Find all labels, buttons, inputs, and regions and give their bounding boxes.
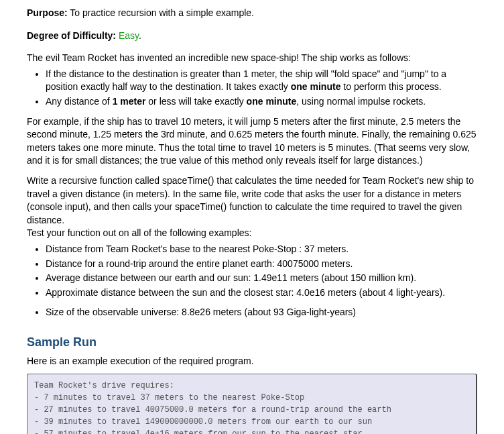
list-item: Approximate distance between the sun and… bbox=[46, 286, 477, 300]
difficulty-label: Degree of Difficulty: bbox=[27, 30, 116, 41]
purpose-label: Purpose: bbox=[27, 7, 68, 18]
purpose-line: Purpose: To practice recursion with a si… bbox=[27, 7, 477, 20]
list-item: Distance for a round-trip around the ent… bbox=[46, 258, 477, 271]
tests-list: Distance from Team Rocket's base to the … bbox=[27, 243, 477, 299]
console-output: Team Rocket's drive requires: - 7 minute… bbox=[27, 374, 477, 434]
example-paragraph: For example, if the ship has to travel 1… bbox=[27, 115, 477, 168]
list-item: Average distance between our earth and o… bbox=[46, 272, 477, 285]
intro-text: The evil Team Rocket has invented an inc… bbox=[27, 52, 477, 65]
test-intro: Test your function out on all of the fol… bbox=[27, 227, 477, 240]
list-item: Distance from Team Rocket's base to the … bbox=[46, 243, 477, 256]
sample-intro: Here is an example execution of the requ… bbox=[27, 355, 477, 368]
rules-list: If the distance to the destination is gr… bbox=[27, 68, 477, 109]
tests-list-extra: Size of the observable universe: 8.8e26 … bbox=[27, 306, 477, 319]
list-item: Any distance of 1 meter or less will tak… bbox=[46, 95, 477, 109]
list-item: Size of the observable universe: 8.8e26 … bbox=[46, 306, 477, 319]
list-item: If the distance to the destination is gr… bbox=[46, 68, 477, 94]
task-paragraph: Write a recursive function called spaceT… bbox=[27, 174, 477, 227]
sample-run-heading: Sample Run bbox=[27, 334, 477, 351]
purpose-text: To practice recursion with a simple exam… bbox=[68, 7, 254, 18]
difficulty-line: Degree of Difficulty: Easy. bbox=[27, 30, 477, 43]
difficulty-value: Easy bbox=[119, 30, 139, 41]
